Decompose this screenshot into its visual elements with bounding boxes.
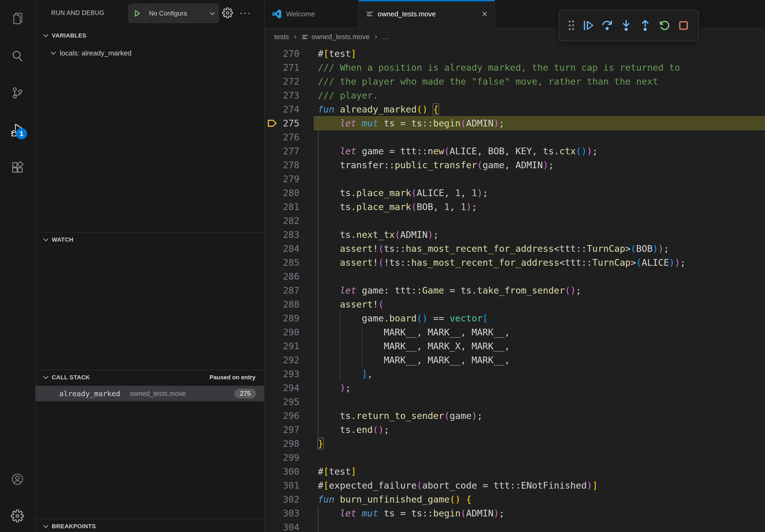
code-line[interactable]: 299 <box>265 450 765 464</box>
start-debugging-button[interactable] <box>128 4 146 23</box>
line-number[interactable]: 281 <box>265 200 300 214</box>
breadcrumb-folder[interactable]: tests <box>274 33 289 41</box>
line-number[interactable]: 284 <box>265 242 300 256</box>
code-line[interactable]: 282 <box>265 214 765 228</box>
code-line[interactable]: 277 let game = ttt::new(ALICE, BOB, KEY,… <box>265 144 765 158</box>
call-stack-section-header[interactable]: CALL STACK Paused on entry <box>36 370 264 385</box>
code-line[interactable]: 294 ); <box>265 381 765 395</box>
code-line[interactable]: 276 <box>265 130 765 144</box>
code-line[interactable]: 302fun burn_unfinished_game() { <box>265 492 765 506</box>
line-number[interactable]: 280 <box>265 186 300 200</box>
line-number[interactable]: 274 <box>265 102 300 116</box>
code-line[interactable]: 287 let game: ttt::Game = ts.take_from_s… <box>265 283 765 297</box>
code-line[interactable]: 270#[test] <box>265 47 765 61</box>
line-number[interactable]: 302 <box>265 492 300 506</box>
line-number[interactable]: 301 <box>265 478 300 492</box>
breakpoints-section-header[interactable]: BREAKPOINTS <box>36 519 264 532</box>
code-line[interactable]: 292 MARK__, MARK__, MARK__, <box>265 353 765 367</box>
variables-section-header[interactable]: VARIABLES <box>36 28 264 43</box>
line-number[interactable]: 304 <box>265 520 300 532</box>
restart-button[interactable] <box>658 19 671 32</box>
close-icon[interactable] <box>480 10 489 18</box>
code-line[interactable]: 289 game.board() == vector[ <box>265 311 765 325</box>
code-line[interactable]: 288 assert!( <box>265 297 765 311</box>
more-actions-icon[interactable]: ··· <box>239 0 252 26</box>
code-line[interactable]: 304 <box>265 520 765 532</box>
stop-button[interactable] <box>677 19 690 32</box>
code-line[interactable]: 275 let mut ts = ts::begin(ADMIN); <box>265 116 765 130</box>
code-line[interactable]: 272/// the player who made the "false" m… <box>265 75 765 89</box>
code-line[interactable]: 303 let mut ts = ts::begin(ADMIN); <box>265 506 765 520</box>
search-icon[interactable] <box>11 50 24 62</box>
code-line[interactable]: 291 MARK__, MARK_X, MARK__, <box>265 339 765 353</box>
line-number[interactable]: 291 <box>265 339 300 353</box>
code-line[interactable]: 284 assert!(ts::has_most_recent_for_addr… <box>265 242 765 256</box>
line-number[interactable]: 289 <box>265 311 300 325</box>
line-number[interactable]: 282 <box>265 214 300 228</box>
line-number[interactable]: 271 <box>265 61 300 75</box>
line-number[interactable]: 296 <box>265 409 300 423</box>
line-number[interactable]: 287 <box>265 283 300 297</box>
code-line[interactable]: 273/// player. <box>265 89 765 102</box>
code-line[interactable]: 283 ts.next_tx(ADMIN); <box>265 228 765 242</box>
line-number[interactable]: 285 <box>265 256 300 269</box>
breadcrumb-symbol[interactable]: … <box>382 33 389 41</box>
tab-welcome[interactable]: Welcome <box>265 0 359 28</box>
line-number[interactable]: 272 <box>265 75 300 89</box>
code-line[interactable]: 278 transfer::public_transfer(game, ADMI… <box>265 158 765 172</box>
variables-locals-row[interactable]: locals: already_marked <box>36 46 264 60</box>
line-number[interactable]: 283 <box>265 228 300 242</box>
code-line[interactable]: 281 ts.place_mark(BOB, 1, 1); <box>265 200 765 214</box>
code-line[interactable]: 274fun already_marked() { <box>265 102 765 116</box>
line-number[interactable]: 270 <box>265 47 300 61</box>
code-line[interactable]: 296 ts.return_to_sender(game); <box>265 409 765 423</box>
line-number[interactable]: 297 <box>265 423 300 437</box>
code-line[interactable]: 280 ts.place_mark(ALICE, 1, 1); <box>265 186 765 200</box>
breadcrumb-file[interactable]: owned_tests.move <box>312 33 370 41</box>
line-number[interactable]: 298 <box>265 437 300 450</box>
line-number[interactable]: 273 <box>265 89 300 102</box>
code-line[interactable]: 297 ts.end(); <box>265 423 765 437</box>
code-line[interactable]: 295 <box>265 395 765 409</box>
line-number[interactable]: 303 <box>265 506 300 520</box>
code-line[interactable]: 293 ], <box>265 367 765 381</box>
call-stack-frame-row[interactable]: already_marked owned_tests.move 275 <box>36 386 264 401</box>
extensions-icon[interactable] <box>11 161 24 174</box>
line-number[interactable]: 277 <box>265 144 300 158</box>
continue-button[interactable] <box>582 19 594 32</box>
watch-section-header[interactable]: WATCH <box>36 232 264 247</box>
tab-owned-tests-move[interactable]: owned_tests.move <box>359 0 495 28</box>
code-line[interactable]: 298} <box>265 437 765 450</box>
code-line[interactable]: 300#[test] <box>265 464 765 478</box>
line-number[interactable]: 276 <box>265 130 300 144</box>
code-line[interactable]: 279 <box>265 172 765 186</box>
code-line[interactable]: 286 <box>265 269 765 283</box>
line-number[interactable]: 290 <box>265 325 300 339</box>
account-icon[interactable] <box>11 473 24 486</box>
line-number[interactable]: 279 <box>265 172 300 186</box>
code-line[interactable]: 271/// When a position is already marked… <box>265 61 765 75</box>
run-and-debug-icon[interactable]: 1 <box>11 124 24 136</box>
code-line[interactable]: 285 assert!(!ts::has_most_recent_for_add… <box>265 256 765 269</box>
code-line[interactable]: 301#[expected_failure(abort_code = ttt::… <box>265 478 765 492</box>
step-out-button[interactable] <box>639 19 651 32</box>
line-number[interactable]: 278 <box>265 158 300 172</box>
code-line[interactable]: 290 MARK__, MARK__, MARK__, <box>265 325 765 339</box>
source-control-icon[interactable] <box>11 87 24 100</box>
line-number[interactable]: 294 <box>265 381 300 395</box>
line-number[interactable]: 299 <box>265 450 300 464</box>
line-number[interactable]: 295 <box>265 395 300 409</box>
explorer-icon[interactable] <box>11 12 24 25</box>
line-number[interactable]: 293 <box>265 367 300 381</box>
debug-settings-gear-icon[interactable] <box>222 8 233 18</box>
line-number[interactable]: 288 <box>265 297 300 311</box>
drag-handle-icon[interactable] <box>568 19 575 32</box>
line-number[interactable]: 292 <box>265 353 300 367</box>
line-number[interactable]: 286 <box>265 269 300 283</box>
step-into-button[interactable] <box>620 19 632 32</box>
code-editor[interactable]: 270#[test]271/// When a position is alre… <box>265 45 765 532</box>
line-number[interactable]: 300 <box>265 464 300 478</box>
settings-gear-icon[interactable] <box>11 509 24 522</box>
step-over-button[interactable] <box>601 19 613 32</box>
launch-config-dropdown[interactable]: No Configura <box>128 4 219 23</box>
